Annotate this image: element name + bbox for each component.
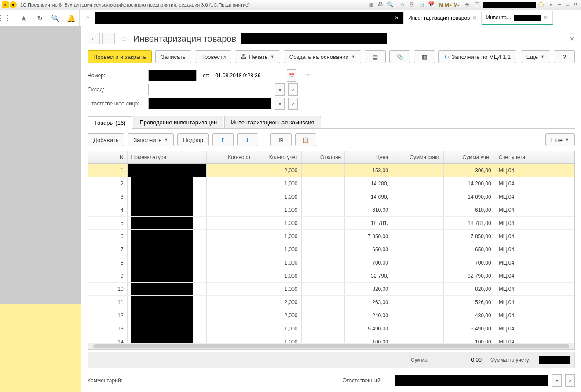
col-deviation[interactable]: Отклоне xyxy=(302,151,345,163)
col-n[interactable]: N xyxy=(88,151,128,163)
fill-mc4-button[interactable]: ↻Заполнить по МЦ4 1.1 xyxy=(438,50,517,63)
move-down-icon[interactable]: ⬇ xyxy=(237,133,258,146)
print-icon[interactable]: 🖶 xyxy=(376,1,384,8)
structure-icon[interactable]: ▤ xyxy=(365,50,386,63)
cell-nomenclature[interactable] xyxy=(128,309,207,322)
cell-qty-fact[interactable] xyxy=(207,269,254,282)
cell-qty-fact[interactable] xyxy=(207,283,254,295)
table-row[interactable]: 51,00018 781,18 781,00МЦ.04 xyxy=(88,217,574,230)
table-row[interactable]: 141,000100,00100,00МЦ.04 xyxy=(88,335,574,343)
table-more-button[interactable]: Еще▼ xyxy=(545,133,575,146)
cell-price[interactable]: 18 781, xyxy=(345,217,392,229)
select-button[interactable]: Подбор xyxy=(177,133,209,146)
cell-qty-fact[interactable] xyxy=(207,177,254,190)
cell-qty-fact[interactable] xyxy=(207,296,254,309)
cell-qty-fact[interactable] xyxy=(207,309,254,322)
print-button[interactable]: 🖶Печать▼ xyxy=(235,50,280,63)
create-based-button[interactable]: Создать на основании▼ xyxy=(284,50,361,63)
cell-qty-account[interactable]: 1,000 xyxy=(254,335,302,343)
cell-sum-account[interactable]: 526,00 xyxy=(444,296,495,309)
table-row[interactable]: 91,00032 790,32 790,00МЦ.04 xyxy=(88,269,574,283)
table-row[interactable]: 41,000610,00610,00МЦ.04 xyxy=(88,203,574,217)
cell-deviation[interactable] xyxy=(302,164,345,177)
info-caret-icon[interactable]: ▾ xyxy=(547,1,555,8)
apps-grid-icon[interactable]: ⋮⋮⋮ xyxy=(2,12,14,24)
zoom-icon[interactable]: ⊕ xyxy=(463,1,471,8)
cell-qty-fact[interactable] xyxy=(207,243,254,256)
cell-n[interactable]: 8 xyxy=(88,256,128,269)
save-button[interactable]: Записать xyxy=(155,50,191,63)
cell-account[interactable]: МЦ.04 xyxy=(495,256,574,269)
bottom-responsible-open-icon[interactable]: ↗ xyxy=(565,374,575,387)
cell-qty-fact[interactable] xyxy=(207,230,254,243)
tab-inventory-goods[interactable]: Инвентаризация товаров ✕ xyxy=(404,12,482,24)
table-row[interactable]: 131,0005 490,005 490,00МЦ.04 xyxy=(88,322,574,335)
cell-qty-account[interactable]: 1,000 xyxy=(254,322,302,335)
cell-sum-account[interactable]: 700,00 xyxy=(444,256,495,269)
cell-deviation[interactable] xyxy=(302,230,345,243)
cell-qty-account[interactable]: 1,000 xyxy=(254,243,302,256)
cell-qty-account[interactable]: 1,000 xyxy=(254,217,302,229)
date-input[interactable]: 01.08.2018 9:28:36 xyxy=(213,70,283,81)
table-row[interactable]: 71,000650,00650,00МЦ.04 xyxy=(88,243,574,256)
bell-icon[interactable]: 🔔 xyxy=(65,12,77,24)
cell-qty-account[interactable]: 1,000 xyxy=(254,230,302,243)
cell-account[interactable]: МЦ.04 xyxy=(495,190,574,203)
responsible-dropdown-icon[interactable]: ▾ xyxy=(275,98,285,110)
cell-deviation[interactable] xyxy=(302,322,345,335)
table-row[interactable]: 21,00014 200,14 200,00МЦ.04 xyxy=(88,177,574,190)
cell-nomenclature[interactable] xyxy=(128,296,207,309)
tab-close-icon[interactable]: ✕ xyxy=(472,15,477,21)
cell-sum-fact[interactable] xyxy=(392,217,444,229)
table-row[interactable]: 112,000263,00526,00МЦ.04 xyxy=(88,296,574,309)
cell-nomenclature[interactable] xyxy=(128,203,207,216)
cell-n[interactable]: 7 xyxy=(88,243,128,256)
cell-nomenclature[interactable] xyxy=(128,269,207,282)
cell-n[interactable]: 13 xyxy=(88,322,128,335)
cell-n[interactable]: 12 xyxy=(88,309,128,322)
cell-deviation[interactable] xyxy=(302,283,345,295)
cell-price[interactable]: 240,00 xyxy=(345,309,392,322)
tab-inventory-process[interactable]: Проведение инвентаризации xyxy=(133,116,223,128)
cell-nomenclature[interactable] xyxy=(128,217,207,229)
cell-qty-account[interactable]: 1,000 xyxy=(254,269,302,282)
favorite-icon[interactable]: ☆ xyxy=(120,33,128,44)
info-icon[interactable]: ⓘ xyxy=(537,1,545,8)
cell-n[interactable]: 2 xyxy=(88,177,128,190)
tab-close-icon[interactable]: ✕ xyxy=(395,15,399,21)
cell-account[interactable]: МЦ.04 xyxy=(495,309,574,322)
cell-nomenclature[interactable] xyxy=(128,322,207,335)
move-up-icon[interactable]: ⬆ xyxy=(212,133,234,146)
cell-account[interactable]: МЦ.04 xyxy=(495,322,574,335)
cell-deviation[interactable] xyxy=(302,256,345,269)
cell-qty-fact[interactable] xyxy=(207,217,254,229)
cell-sum-account[interactable]: 650,00 xyxy=(444,243,495,256)
warehouse-open-icon[interactable]: ↗ xyxy=(288,83,298,96)
cell-price[interactable]: 7 850,00 xyxy=(345,230,392,243)
date-picker-icon[interactable]: 📅 xyxy=(287,69,296,82)
number-input[interactable] xyxy=(148,70,197,81)
cell-sum-fact[interactable] xyxy=(392,322,444,335)
cell-nomenclature[interactable] xyxy=(128,230,207,243)
cell-deviation[interactable] xyxy=(302,190,345,203)
table-row[interactable]: 81,000700,00700,00МЦ.04 xyxy=(88,256,574,269)
memory-m-minus[interactable]: M- xyxy=(453,2,459,7)
tab-commission[interactable]: Инвентаризационная комиссия xyxy=(224,116,321,128)
cell-deviation[interactable] xyxy=(302,217,345,229)
fill-button[interactable]: Заполнить▼ xyxy=(128,133,174,146)
cell-qty-fact[interactable] xyxy=(207,190,254,203)
cell-deviation[interactable] xyxy=(302,335,345,343)
tab-goods[interactable]: Товары (16) xyxy=(88,116,132,129)
app-menu-dropdown-icon[interactable]: ▾ xyxy=(10,1,17,8)
cell-n[interactable]: 1 xyxy=(88,164,128,177)
cell-qty-account[interactable]: 2,000 xyxy=(254,296,302,309)
cell-qty-fact[interactable] xyxy=(207,203,254,216)
cell-price[interactable]: 153,00 xyxy=(345,164,392,177)
cell-n[interactable]: 14 xyxy=(88,335,128,343)
favorite-star-icon[interactable]: ★ xyxy=(18,12,30,24)
link-icon[interactable]: ⎋ xyxy=(398,1,406,8)
report-icon[interactable]: ▥ xyxy=(414,50,435,63)
cell-sum-account[interactable]: 32 790,00 xyxy=(444,269,495,282)
cell-qty-fact[interactable] xyxy=(207,322,254,335)
horizontal-scrollbar[interactable] xyxy=(88,343,574,349)
